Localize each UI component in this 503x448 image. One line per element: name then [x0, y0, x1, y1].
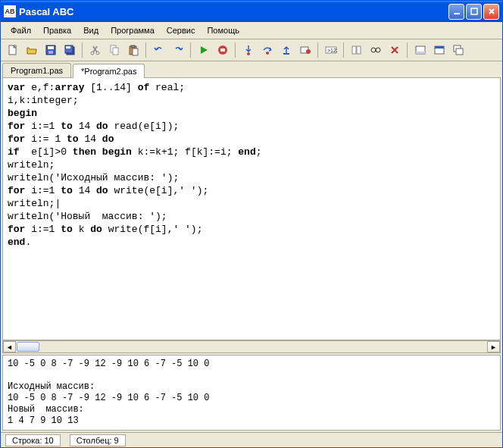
- svg-point-22: [306, 49, 311, 54]
- cut-icon[interactable]: [86, 42, 104, 58]
- svg-rect-26: [357, 46, 361, 54]
- windows-icon[interactable]: [449, 42, 467, 58]
- menu-file[interactable]: Файл: [5, 24, 36, 36]
- stop-icon[interactable]: [214, 42, 231, 58]
- menu-service[interactable]: Сервис: [161, 24, 201, 36]
- menu-edit[interactable]: Правка: [38, 24, 77, 36]
- open-file-icon[interactable]: [23, 42, 40, 58]
- step-out-icon[interactable]: [277, 42, 295, 58]
- scroll-thumb[interactable]: [17, 342, 39, 352]
- status-line: Строка: 10: [5, 434, 61, 446]
- menu-view[interactable]: Вид: [78, 24, 104, 36]
- maximize-button[interactable]: [466, 4, 482, 20]
- save-all-icon[interactable]: [61, 42, 78, 58]
- toolbar: >123: [1, 39, 502, 61]
- svg-rect-5: [48, 51, 53, 54]
- svg-rect-12: [113, 48, 118, 55]
- minimize-button[interactable]: [448, 4, 464, 20]
- save-icon[interactable]: [42, 42, 59, 58]
- svg-rect-0: [454, 13, 460, 14]
- tab-program2[interactable]: *Program2.pas: [73, 64, 145, 78]
- code-editor[interactable]: var e,f:array [1..14] of real;i,k:intege…: [2, 77, 501, 340]
- watch-icon[interactable]: [348, 42, 365, 58]
- menu-program[interactable]: Программа: [105, 24, 160, 36]
- paste-icon[interactable]: [124, 42, 142, 58]
- main-window: AB Pascal ABC Файл Правка Вид Программа …: [0, 0, 503, 448]
- svg-point-9: [91, 52, 94, 55]
- svg-point-27: [371, 48, 376, 52]
- toolbar-separator: [82, 42, 83, 58]
- menubar: Файл Правка Вид Программа Сервис Помощь: [1, 22, 502, 39]
- toolbar-separator: [317, 42, 318, 58]
- toolbar-separator: [190, 42, 191, 58]
- menu-help[interactable]: Помощь: [202, 24, 245, 36]
- svg-rect-17: [220, 49, 225, 52]
- toolbar-separator: [235, 42, 236, 58]
- statusbar: Строка: 10 Столбец: 9: [1, 432, 502, 447]
- titlebar: AB Pascal ABC: [1, 1, 502, 22]
- toolbar-separator: [343, 42, 344, 58]
- status-column: Столбец: 9: [70, 434, 126, 446]
- app-icon: AB: [4, 5, 16, 17]
- svg-rect-8: [66, 46, 70, 49]
- window-icon[interactable]: [430, 42, 448, 58]
- run-icon[interactable]: [195, 42, 212, 58]
- svg-point-10: [96, 52, 99, 55]
- svg-rect-30: [416, 52, 425, 54]
- copy-icon[interactable]: [105, 42, 123, 58]
- scroll-left-icon[interactable]: ◄: [3, 341, 16, 352]
- svg-rect-1: [471, 8, 477, 14]
- breakpoint-icon[interactable]: [296, 42, 314, 58]
- svg-text:>123: >123: [327, 48, 337, 53]
- glasses-icon[interactable]: [367, 42, 384, 58]
- toolbar-separator: [145, 42, 146, 58]
- svg-point-28: [376, 48, 380, 52]
- svg-rect-20: [283, 53, 289, 55]
- scroll-track[interactable]: [16, 341, 487, 352]
- input-panel-icon[interactable]: >123: [322, 42, 339, 58]
- toolbar-separator: [407, 42, 408, 58]
- delete-icon[interactable]: [386, 42, 403, 58]
- svg-rect-4: [48, 46, 54, 49]
- svg-rect-34: [456, 49, 463, 55]
- step-over-icon[interactable]: [258, 42, 276, 58]
- svg-point-18: [247, 52, 250, 55]
- horizontal-scrollbar[interactable]: ◄ ►: [2, 340, 501, 353]
- close-button[interactable]: [483, 4, 499, 20]
- svg-rect-14: [131, 45, 135, 48]
- window-title: Pascal ABC: [19, 6, 448, 17]
- tab-program1[interactable]: Program1.pas: [2, 63, 71, 77]
- svg-rect-32: [435, 46, 444, 49]
- console-icon[interactable]: [411, 42, 429, 58]
- svg-point-19: [266, 52, 269, 55]
- undo-icon[interactable]: [150, 42, 167, 58]
- svg-rect-25: [352, 46, 356, 54]
- svg-rect-15: [133, 49, 138, 55]
- redo-icon[interactable]: [169, 42, 186, 58]
- editor-tabs: Program1.pas *Program2.pas: [1, 61, 502, 77]
- step-into-icon[interactable]: [239, 42, 257, 58]
- output-panel[interactable]: 10 -5 0 8 -7 -9 12 -9 10 6 -7 -5 10 0 Ис…: [2, 355, 501, 431]
- new-file-icon[interactable]: [4, 42, 21, 58]
- scroll-right-icon[interactable]: ►: [487, 341, 500, 352]
